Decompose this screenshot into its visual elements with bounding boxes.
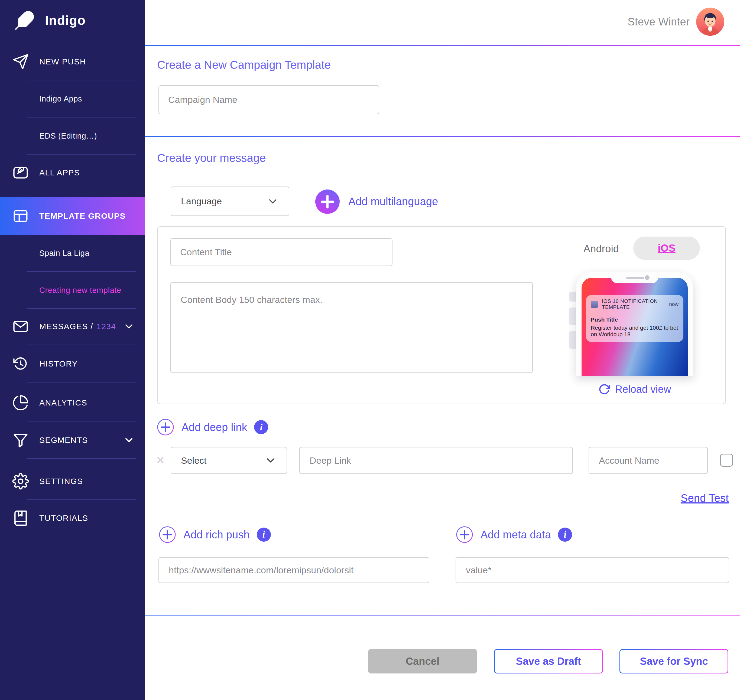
user-name[interactable]: Steve Winter	[628, 16, 690, 28]
sidebar-item-label: ANALYTICS	[39, 398, 87, 407]
message-section-title: Create your message	[157, 151, 266, 165]
gear-icon	[10, 473, 31, 490]
sidebar-item-label: MESSAGES /1234	[39, 322, 116, 331]
plus-circle-icon	[158, 526, 176, 544]
platform-android-tab[interactable]: Android	[584, 243, 619, 255]
history-icon	[10, 356, 31, 372]
phone-preview: IOS 10 NOTIFICATION TEMPLATE now Push Ti…	[576, 272, 693, 376]
sidebar-item-label: Spain La Liga	[39, 249, 89, 258]
sidebar-item-history[interactable]: HISTORY	[0, 345, 145, 382]
sidebar-item-creating-new-template[interactable]: Creating new template	[0, 272, 145, 309]
header-divider	[145, 45, 740, 46]
chevron-down-icon[interactable]	[123, 434, 135, 446]
campaign-name-input[interactable]	[158, 85, 379, 114]
sidebar-item-label: EDS (Editing…)	[39, 132, 97, 141]
sidebar-item-label: TEMPLATE GROUPS	[39, 212, 126, 221]
sidebar-item-tutorials[interactable]: TUTORIALS	[0, 499, 145, 537]
feather-app-icon	[10, 164, 31, 181]
page-title: Create a New Campaign Template	[157, 59, 331, 72]
deep-link-type-select[interactable]: Select	[171, 447, 287, 474]
sidebar-item-analytics[interactable]: ANALYTICS	[0, 384, 145, 422]
phone-notch	[611, 272, 658, 283]
avatar[interactable]	[696, 7, 724, 36]
sidebar-item-label: Indigo Apps	[39, 94, 82, 103]
info-icon[interactable]: i	[558, 528, 572, 542]
language-select-value: Language	[181, 196, 222, 207]
app-window: Indigo NEW PUSH Indigo Apps EDS (Editing…	[0, 0, 740, 700]
funnel-icon	[10, 432, 31, 449]
refresh-icon	[598, 383, 610, 395]
add-deep-link-button[interactable]: Add deep link i	[156, 418, 268, 436]
notification-app-icon	[591, 301, 598, 308]
sidebar-item-all-apps[interactable]: ALL APPS	[0, 154, 145, 191]
cancel-button[interactable]: Cancel	[368, 649, 477, 674]
save-as-draft-button[interactable]: Save as Draft	[494, 649, 603, 674]
template-icon	[10, 207, 31, 224]
reload-view-label: Reload view	[615, 384, 671, 395]
sidebar-item-label: Creating new template	[39, 286, 121, 295]
add-rich-push-button[interactable]: Add rich push i	[158, 526, 271, 544]
paper-plane-icon	[10, 53, 31, 70]
sidebar-item-segments[interactable]: SEGMENTS	[0, 422, 145, 459]
language-select[interactable]: Language	[171, 187, 289, 216]
notification-push-title: Push Title	[591, 316, 678, 323]
sidebar-item-label: NEW PUSH	[39, 57, 86, 66]
sidebar-item-label: SETTINGS	[39, 477, 83, 486]
footer-divider	[145, 615, 740, 616]
plus-circle-icon	[455, 526, 473, 544]
sidebar: Indigo NEW PUSH Indigo Apps EDS (Editing…	[0, 0, 145, 700]
add-multilanguage-label[interactable]: Add multilanguage	[348, 196, 438, 207]
add-meta-data-label: Add meta data	[481, 529, 551, 541]
message-card: Android iOS IOS 10 NOTIFICATION TEMPLATE…	[157, 226, 726, 404]
book-icon	[10, 510, 31, 526]
reload-view-link[interactable]: Reload view	[576, 383, 693, 395]
chevron-down-icon	[267, 195, 279, 207]
add-rich-push-label: Add rich push	[183, 529, 250, 541]
section-divider	[145, 136, 740, 137]
phone-speaker	[626, 276, 644, 279]
send-test-link[interactable]: Send Test	[681, 492, 729, 504]
add-deep-link-label: Add deep link	[181, 421, 247, 433]
save-for-sync-button[interactable]: Save for Sync	[619, 649, 728, 674]
plus-circle-icon	[156, 418, 174, 436]
info-icon[interactable]: i	[257, 528, 271, 542]
app-name: Indigo	[45, 13, 85, 28]
deep-link-input[interactable]	[299, 447, 573, 474]
sidebar-item-new-push[interactable]: NEW PUSH	[0, 43, 145, 80]
platform-ios-tab[interactable]: iOS	[633, 237, 700, 260]
remove-deep-link-icon[interactable]: ×	[156, 453, 164, 468]
feather-logo-icon	[14, 10, 35, 31]
sidebar-item-template-groups[interactable]: TEMPLATE GROUPS	[0, 197, 145, 235]
phone-camera	[645, 275, 650, 280]
content-body-textarea[interactable]	[170, 282, 533, 373]
phone-screen: IOS 10 NOTIFICATION TEMPLATE now Push Ti…	[582, 278, 688, 376]
sidebar-item-settings[interactable]: SETTINGS	[0, 463, 145, 500]
sidebar-item-label: HISTORY	[39, 359, 78, 368]
main-content: Steve Winter Create a New Campaign Templ…	[145, 0, 740, 700]
platform-ios-label: iOS	[657, 243, 675, 254]
deep-link-select-value: Select	[181, 455, 207, 466]
sidebar-item-spain-la-liga[interactable]: Spain La Liga	[0, 234, 145, 272]
chevron-down-icon	[264, 454, 277, 467]
info-icon[interactable]: i	[254, 420, 268, 434]
meta-data-value-input[interactable]	[455, 557, 729, 583]
notification-app-name: IOS 10 NOTIFICATION TEMPLATE	[602, 298, 669, 310]
deep-link-checkbox[interactable]	[720, 454, 733, 467]
notification-time: now	[669, 301, 678, 307]
add-meta-data-button[interactable]: Add meta data i	[455, 526, 572, 544]
pie-chart-icon	[10, 394, 31, 411]
rich-push-url-input[interactable]	[158, 557, 429, 583]
account-name-input[interactable]	[588, 447, 708, 474]
sidebar-item-indigo-apps[interactable]: Indigo Apps	[0, 80, 145, 118]
app-logo[interactable]: Indigo	[14, 10, 85, 31]
messages-count: 1234	[96, 322, 116, 331]
add-multilanguage-button[interactable]	[315, 190, 340, 214]
content-title-input[interactable]	[170, 238, 392, 266]
notification-push-body: Register today and get 100£ to bet on Wo…	[591, 325, 678, 338]
sidebar-item-eds-editing[interactable]: EDS (Editing…)	[0, 117, 145, 154]
chevron-down-icon[interactable]	[123, 321, 135, 332]
sidebar-item-messages[interactable]: MESSAGES /1234	[0, 308, 145, 345]
sidebar-item-label: SEGMENTS	[39, 435, 88, 445]
sidebar-item-label: TUTORIALS	[39, 513, 88, 523]
push-notification-preview: IOS 10 NOTIFICATION TEMPLATE now Push Ti…	[586, 295, 683, 342]
